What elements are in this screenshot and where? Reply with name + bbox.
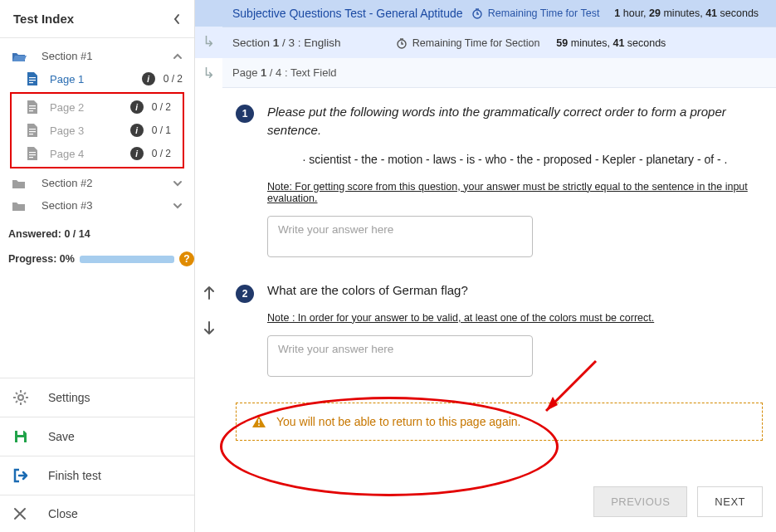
exit-icon (13, 468, 32, 483)
page-row-2[interactable]: Page 2 i 0 / 2 (12, 95, 183, 119)
footer-nav: PREVIOUS NEXT (222, 476, 776, 532)
section-label: Section #1 (41, 50, 173, 62)
section-indicator: Section 1 / 3 : English (232, 37, 396, 49)
save-label: Save (48, 430, 75, 443)
settings-button[interactable]: Settings (0, 378, 194, 417)
arrow-up-icon[interactable] (203, 286, 216, 300)
svg-rect-6 (29, 129, 36, 129)
svg-rect-22 (17, 437, 24, 442)
page-indicator: Page 1 / 4 : Text Field (232, 66, 337, 79)
svg-rect-5 (29, 110, 33, 111)
clock-icon (396, 37, 408, 49)
warning-text: You will not be able to return to this p… (276, 415, 520, 428)
sidebar-header: Test Index (0, 0, 194, 38)
section-row-1[interactable]: Section #1 (0, 45, 194, 67)
chevron-down-icon (173, 203, 183, 209)
next-button[interactable]: NEXT (697, 486, 763, 517)
section-row-3[interactable]: Section #3 (0, 194, 194, 217)
rail-top-accent (195, 0, 222, 27)
page-icon (27, 100, 41, 114)
nav-rail: ↳ ↳ (195, 0, 222, 532)
svg-rect-0 (29, 77, 36, 78)
rail-section-accent: ↳ (195, 27, 222, 58)
test-timer-label: Remaining Time for Test (471, 7, 600, 19)
info-dot-icon: i (130, 124, 144, 137)
page-label: Page 4 (50, 148, 130, 160)
page-icon (27, 124, 41, 137)
question-content: 1 Please put the following words into th… (222, 88, 776, 476)
previous-button: PREVIOUS (593, 486, 687, 517)
finish-label: Finish test (48, 469, 101, 482)
main-area: Subjective Questions Test - General Apti… (222, 0, 776, 532)
gear-icon (13, 390, 32, 405)
page-header-bar: Page 1 / 4 : Text Field (222, 58, 776, 88)
test-header-bar: Subjective Questions Test - General Apti… (222, 0, 776, 27)
info-dot-icon: i (130, 100, 144, 114)
page-icon (27, 147, 41, 160)
chevron-up-icon (173, 53, 183, 60)
folder-icon (12, 178, 27, 189)
page-label: Page 1 (50, 73, 142, 85)
question-note: Note: For getting score from this questi… (267, 181, 763, 204)
close-icon (13, 507, 32, 520)
question-number: 2 (236, 285, 254, 303)
info-dot-icon: i (130, 147, 144, 160)
progress-row: Progress: 0% ? (0, 245, 194, 276)
svg-line-18 (24, 401, 26, 403)
test-title: Subjective Questions Test - General Apti… (232, 7, 471, 20)
close-button[interactable]: Close (0, 495, 194, 532)
page-row-3[interactable]: Page 3 i 0 / 1 (12, 119, 183, 142)
subdir-icon: ↳ (195, 27, 222, 56)
answer-input-1[interactable] (267, 216, 533, 257)
section-header-bar: Section 1 / 3 : English Remaining Time f… (222, 27, 776, 58)
warning-banner: You will not be able to return to this p… (236, 403, 763, 441)
settings-label: Settings (48, 391, 90, 404)
question-2: 2 What are the colors of German flag? No… (236, 283, 763, 379)
svg-line-20 (24, 393, 26, 394)
question-text: Please put the following words into the … (267, 103, 763, 139)
svg-rect-4 (29, 108, 36, 109)
svg-rect-8 (29, 134, 33, 134)
folder-open-icon (12, 51, 27, 62)
finish-button[interactable]: Finish test (0, 456, 194, 495)
answered-count: Answered: 0 / 14 (0, 217, 194, 245)
section-row-2[interactable]: Section #2 (0, 172, 194, 194)
svg-point-12 (18, 395, 23, 400)
page-icon (27, 72, 41, 85)
svg-line-19 (16, 401, 17, 403)
question-number: 1 (236, 105, 254, 123)
svg-rect-25 (258, 419, 260, 423)
progress-label: Progress: 0% (8, 253, 75, 265)
answer-input-2[interactable] (267, 335, 533, 377)
help-icon[interactable]: ? (179, 251, 194, 266)
section-timer-value: 59 minutes, 41 seconds (556, 37, 666, 49)
svg-rect-9 (29, 152, 36, 153)
save-icon (13, 429, 32, 444)
info-dot-icon: i (142, 72, 155, 85)
arrow-down-icon[interactable] (203, 320, 216, 335)
question-text: What are the colors of German flag? (267, 283, 763, 297)
svg-rect-3 (29, 105, 36, 106)
page-label: Page 2 (50, 101, 130, 114)
page-row-1[interactable]: Page 1 i 0 / 2 (0, 67, 194, 90)
question-1: 1 Please put the following words into th… (236, 103, 763, 260)
warning-icon (251, 415, 266, 428)
chevron-left-icon[interactable] (173, 13, 181, 25)
page-count: 0 / 2 (163, 73, 183, 85)
svg-rect-21 (17, 431, 23, 435)
section-label: Section #3 (41, 199, 173, 212)
save-button[interactable]: Save (0, 417, 194, 456)
annotation-highlight-box: Page 2 i 0 / 2 Page 3 i 0 / 1 Page 4 i 0… (10, 92, 184, 168)
page-count: 0 / 2 (152, 148, 171, 159)
section-label: Section #2 (41, 177, 173, 189)
page-row-4[interactable]: Page 4 i 0 / 2 (12, 142, 183, 165)
close-label: Close (48, 507, 78, 520)
sidebar: Test Index Section #1 Page 1 i 0 / 2 (0, 0, 195, 532)
page-count: 0 / 2 (152, 101, 171, 113)
svg-rect-10 (29, 154, 36, 155)
svg-rect-26 (258, 424, 260, 426)
folder-icon (12, 200, 27, 212)
svg-rect-1 (29, 80, 36, 81)
svg-rect-7 (29, 131, 36, 132)
chevron-down-icon (173, 180, 183, 187)
